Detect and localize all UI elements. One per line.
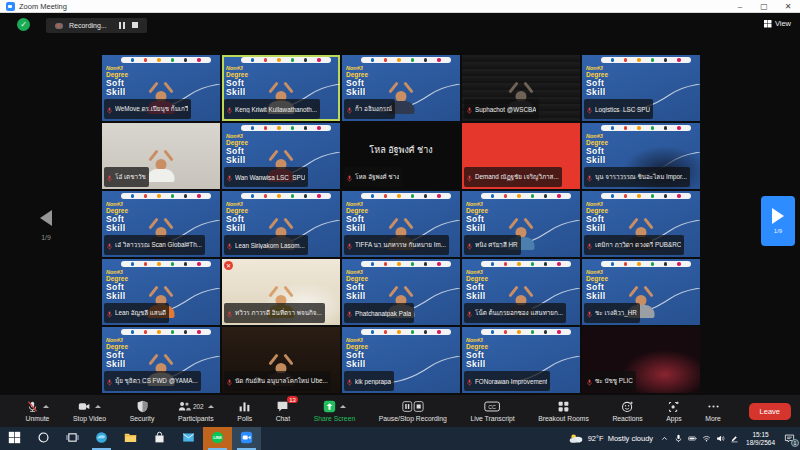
meeting-security-shield-icon[interactable]: ✓ [17,18,30,31]
microphone-tray-icon[interactable] [674,434,683,443]
softskill-bg-graphic: Non#3DegreeSoftSkill [346,338,368,368]
prev-page-button[interactable]: 1/9 [40,210,52,241]
participant-tile[interactable]: นัด กันย์สิน อนุบาลโคกใหม่ Ube... [222,327,340,393]
taskbar-app-store[interactable] [145,427,174,450]
toolbar-share-screen[interactable]: Share Screen [314,400,356,422]
clock-date: 18/9/2564 [746,439,775,447]
share-screen-icon [323,400,336,413]
participant-tile[interactable]: Non#3DegreeSoftSkillTIFFA นา นภหรรษ กันห… [342,191,460,257]
participant-tile[interactable]: Non#3DegreeSoftSkillLean อัญชลี แสนดี [102,259,220,325]
toolbar-reactions[interactable]: Reactions [612,400,642,422]
leave-button[interactable]: Leave [749,403,791,420]
mic-muted-red-icon [346,168,353,186]
mic-muted-red-icon [586,372,593,390]
participant-tile[interactable]: Non#3DegreeSoftSkillมุ้ย ชุธิตา CS FWD @… [102,327,220,393]
taskbar-app-mail[interactable] [174,427,203,450]
view-button[interactable]: View [764,19,791,28]
participant-tile[interactable]: โหล อัฐพงศ์ ช่างโหล อัฐพงศ์ ช่าง [342,123,460,189]
taskbar-clock[interactable]: 15:15 18/9/2564 [746,431,775,447]
chevron-up-icon[interactable] [95,405,101,408]
toolbar-apps[interactable]: Apps [666,400,682,422]
sponsor-logos-strip [361,57,451,63]
toolbar-stop-video[interactable]: Stop Video [73,400,106,422]
participant-tile[interactable]: Non#3DegreeSoftSkillFONorawan Improvemen… [462,327,580,393]
window-title: Zoom Meeting [19,2,67,11]
participant-tile[interactable]: Non#3DegreeSoftSkillLean Siriyakorn Laso… [222,191,340,257]
pause-recording-icon[interactable] [119,22,125,29]
participant-name: นุน จาราวรรณ ชินอะไลม Impor... [595,172,687,182]
hidden-icons-chevron-icon[interactable] [660,434,669,443]
participant-name: Keng Kriwit Kullawathanoth... [235,106,317,113]
reactions-icon [621,400,634,413]
participant-tile[interactable]: โอ๋ เตชาวัช [102,123,220,189]
volume-icon[interactable] [716,434,725,443]
softskill-bg-graphic: Non#3DegreeSoftSkill [466,270,488,300]
close-badge-icon[interactable]: ✕ [224,261,233,270]
stop-recording-icon[interactable] [132,22,138,28]
wifi-icon[interactable] [702,434,711,443]
participant-tile[interactable]: Non#3DegreeSoftSkillเอ๋ วิลาวรรณ Scan Gl… [102,191,220,257]
participant-name-tag: ก้า อธิมงกรณ์ [344,99,395,119]
participant-tile[interactable]: Non#3DegreeSoftSkillชะ เรงคิวา_HR [582,259,700,325]
chevron-up-icon[interactable] [43,405,49,408]
participant-tile[interactable]: Non#3DegreeSoftSkillก้า อธิมงกรณ์ [342,55,460,121]
chevron-up-icon[interactable] [208,405,214,408]
participant-tile[interactable]: Non#3DegreeSoftSkillหนิง ศรัยาสี HR [462,191,580,257]
participant-name: Lean อัญชลี แสนดี [115,308,166,318]
taskbar-app-file-explorer[interactable] [116,427,145,450]
next-page-button[interactable]: 1/9 [761,196,795,246]
participant-name-tag: WeMove ดร.เปียนุช ก้มเกวี [104,99,191,119]
participant-tile[interactable]: Suphachot @WSCBA [462,55,580,121]
participant-tile[interactable]: ซะ บัชชู PLIC [582,327,700,393]
search-circle-icon [37,430,50,448]
battery-icon[interactable] [688,434,697,443]
participant-tile[interactable]: Non#3DegreeSoftSkillโน้ต ต้นเกรยอกซอง แส… [462,259,580,325]
participant-tile[interactable]: Non#3DegreeSoftSkillWeMove ดร.เปียนุช ก้… [102,55,220,121]
participants-count: 202 [193,403,204,410]
weather-widget[interactable]: 92°F Mostly cloudy [568,433,653,444]
maximize-button[interactable]: ▢ [752,0,776,13]
close-button[interactable]: ✕ [776,0,800,13]
participant-tile[interactable]: Non#3DegreeSoftSkillPhatchanatpak Pala [342,259,460,325]
toolbar-pause-stop-recording[interactable]: Pause/Stop Recording [379,400,447,422]
taskbar-app-task-view[interactable] [58,427,87,450]
taskbar-app-edge[interactable] [87,427,116,450]
toolbar-label: Pause/Stop Recording [379,415,447,422]
participant-tile[interactable]: Non#3DegreeSoftSkillLogistics_LSC SPU [582,55,700,121]
participant-tile[interactable]: Non#3DegreeSoftSkillkik penprapa [342,327,460,393]
mic-muted-red-icon [586,236,593,254]
sponsor-logos-strip [241,193,331,199]
participant-tile[interactable]: Non#3DegreeSoftSkillKeng Kriwit Kullawat… [222,55,340,121]
chevron-up-icon[interactable] [340,405,346,408]
toolbar-live-transcript[interactable]: CCLive Transcript [470,400,514,422]
participant-name: FONorawan Improvement [475,378,547,385]
toolbar-unmute[interactable]: Unmute [26,400,50,422]
toolbar-participants[interactable]: 202Participants [178,400,214,422]
toolbar-more[interactable]: More [705,400,721,422]
participant-tile[interactable]: ✕ทวิวร ภาวรดี อินที่ตรา พจนกิจ... [222,259,340,325]
participant-tile[interactable]: Non#3DegreeSoftSkillนุน จาราวรรณ ชินอะไล… [582,123,700,189]
taskbar-app-line[interactable]: LINE [203,427,232,450]
toolbar-polls[interactable]: Polls [237,400,252,422]
participant-tile[interactable]: Non#3DegreeSoftSkillเตมิกา ภาวิดา ดวงดรี… [582,191,700,257]
action-center-button[interactable]: 1 [784,433,795,444]
participant-name-tag: ซะ บัชชู PLIC [584,371,636,391]
toolbar-chat[interactable]: 13Chat [276,400,290,422]
taskbar-app-search[interactable] [29,427,58,450]
softskill-bg-graphic: Non#3DegreeSoftSkill [586,134,608,164]
participant-tile[interactable]: Demand ณัฏฐชัย เจริญวิภาส... [462,123,580,189]
toolbar-breakout-rooms[interactable]: Breakout Rooms [538,400,589,422]
taskbar-app-zoom[interactable] [232,427,261,450]
pen-input-icon[interactable] [730,434,739,443]
taskbar-app-start[interactable] [0,427,29,450]
minimize-button[interactable]: – [728,0,752,13]
softskill-bg-graphic: Non#3DegreeSoftSkill [466,202,488,232]
toolbar-security[interactable]: Security [130,400,155,422]
participant-name-tag: หนิง ศรัยาสี HR [464,235,521,255]
svg-text:CC: CC [489,404,497,410]
mic-muted-red-icon [226,100,233,118]
apps-icon [667,400,680,413]
participant-name-tag: โอ๋ เตชาวัช [104,167,149,187]
participant-name: หนิง ศรัยาสี HR [475,240,518,250]
participant-tile[interactable]: Non#3DegreeSoftSkillWan Wanwisa LSC_SPU [222,123,340,189]
